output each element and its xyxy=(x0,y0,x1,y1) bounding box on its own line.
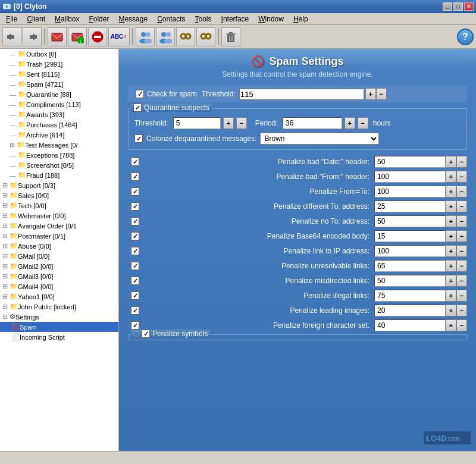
sidebar-item-avangate[interactable]: ⊞ 📁 Avangate Order [0/1 xyxy=(0,221,118,231)
sidebar-item-gmail2[interactable]: ⊞ 📁 GMail2 [0/0] xyxy=(0,261,118,271)
menu-interface[interactable]: Interface xyxy=(217,14,254,24)
penalty-images-checkbox[interactable] xyxy=(131,306,139,315)
toolbar-back[interactable] xyxy=(2,27,21,46)
penalty-diffto-checkbox[interactable] xyxy=(131,202,139,211)
penalty-date-plus[interactable]: + xyxy=(446,156,456,168)
sidebar-item-settings[interactable]: ⊟ ⚙ Settings xyxy=(0,312,118,322)
penalty-base64-minus[interactable]: − xyxy=(456,230,467,242)
sidebar-item-quarantine[interactable]: — 📁 Quarantine [88] xyxy=(0,89,118,99)
penalty-misdirected-minus[interactable]: − xyxy=(456,275,467,287)
penalty-illegal-plus[interactable]: + xyxy=(446,290,456,302)
penalty-misdirected-checkbox[interactable] xyxy=(131,277,139,285)
penalty-date-minus[interactable]: − xyxy=(456,156,467,168)
penalty-diffto-minus[interactable]: − xyxy=(456,200,467,212)
toolbar-people1[interactable] xyxy=(136,27,155,46)
menu-mailbox[interactable]: Mailbox xyxy=(50,14,84,24)
threshold-input[interactable] xyxy=(239,89,364,100)
penalty-noto-input[interactable] xyxy=(374,215,446,227)
toolbar-help[interactable]: ? xyxy=(457,29,474,45)
penalty-fromto-checkbox[interactable] xyxy=(131,187,139,196)
menu-message[interactable]: Message xyxy=(114,14,152,24)
sidebar-item-sent[interactable]: — 📁 Sent [8115] xyxy=(0,69,118,79)
period-plus[interactable]: + xyxy=(345,117,355,129)
sidebar-item-trash[interactable]: — 📁 Trash [2991] xyxy=(0,59,118,69)
toolbar-spellcheck[interactable]: ABC✓ xyxy=(108,27,130,46)
quarantine-threshold-plus[interactable]: + xyxy=(223,117,234,129)
penalty-unresolvable-checkbox[interactable] xyxy=(131,262,139,270)
penalty-iplink-minus[interactable]: − xyxy=(456,245,467,257)
penalty-foreigncharset-checkbox[interactable] xyxy=(131,321,139,330)
penalty-iplink-checkbox[interactable] xyxy=(131,247,139,255)
penalty-base64-plus[interactable]: + xyxy=(446,230,456,242)
menu-file[interactable]: File xyxy=(1,14,22,24)
penalty-misdirected-input[interactable] xyxy=(374,275,446,287)
sidebar-item-yahoo[interactable]: ⊞ 📁 Yahoo1 [0/0] xyxy=(0,291,118,302)
sidebar-item-fraud[interactable]: — 📁 Fraud [188] xyxy=(0,170,118,180)
sidebar-item-archive[interactable]: — 📁 Archive [614] xyxy=(0,130,118,140)
penalty-images-input[interactable] xyxy=(374,305,446,316)
toolbar-forward[interactable] xyxy=(23,27,42,46)
penalty-illegal-input[interactable] xyxy=(374,290,446,302)
close-button[interactable]: ✕ xyxy=(464,2,474,11)
check-spam-checkbox[interactable] xyxy=(136,90,144,98)
toolbar-people2[interactable] xyxy=(156,27,175,46)
penalty-from-input[interactable] xyxy=(374,171,446,183)
quarantine-threshold-minus[interactable]: − xyxy=(236,117,247,129)
penalty-images-plus[interactable]: + xyxy=(446,305,456,316)
sidebar-item-outbox[interactable]: — 📁 Outbox [0] xyxy=(0,49,118,59)
sidebar-item-abuse[interactable]: ⊞ 📁 Abuse [0/0] xyxy=(0,241,118,251)
toolbar-binoculars[interactable] xyxy=(176,27,195,46)
sidebar-item-postmaster[interactable]: ⊞ 📁 Postmaster [0/1] xyxy=(0,231,118,241)
quarantine-threshold-input[interactable] xyxy=(173,117,221,129)
penalty-illegal-checkbox[interactable] xyxy=(131,291,139,300)
menu-help[interactable]: Help xyxy=(289,14,313,24)
penalty-foreigncharset-plus[interactable]: + xyxy=(446,319,456,331)
sidebar-item-johnpublic[interactable]: ⊟ 📁 John Public [locked] xyxy=(0,302,118,312)
sidebar-item-awards[interactable]: — 📁 Awards [393] xyxy=(0,109,118,120)
penalty-unresolvable-minus[interactable]: − xyxy=(456,260,467,272)
penalty-iplink-input[interactable] xyxy=(374,245,446,257)
penalty-noto-plus[interactable]: + xyxy=(446,215,456,227)
penalty-images-minus[interactable]: − xyxy=(456,305,467,316)
sidebar-item-spam-settings[interactable]: 🚫 Spam xyxy=(0,322,118,332)
threshold-plus-button[interactable]: + xyxy=(365,88,376,100)
toolbar-binoculars2[interactable] xyxy=(196,27,215,46)
quarantine-checkbox[interactable] xyxy=(133,104,142,112)
penalty-foreigncharset-minus[interactable]: − xyxy=(456,319,467,331)
period-input[interactable] xyxy=(283,117,342,129)
symbols-subgroup-checkbox[interactable] xyxy=(142,330,150,338)
menu-client[interactable]: Client xyxy=(22,14,50,24)
sidebar-item-purchases[interactable]: — 📁 Purchases [1464] xyxy=(0,120,118,130)
penalty-unresolvable-plus[interactable]: + xyxy=(446,260,456,272)
penalty-diffto-plus[interactable]: + xyxy=(446,200,456,212)
penalty-foreigncharset-input[interactable] xyxy=(374,319,446,331)
toolbar-stop[interactable] xyxy=(88,27,107,46)
sidebar-item-incoming-script[interactable]: 📄 Incoming Script xyxy=(0,332,118,342)
sidebar-item-gmail[interactable]: ⊞ 📁 GMail [0/0] xyxy=(0,251,118,261)
sidebar-item-sales[interactable]: ⊞ 📁 Sales [0/0] xyxy=(0,190,118,200)
penalty-illegal-minus[interactable]: − xyxy=(456,290,467,302)
penalty-fromto-minus[interactable]: − xyxy=(456,186,467,197)
minimize-button[interactable]: _ xyxy=(443,2,452,11)
penalty-noto-minus[interactable]: − xyxy=(456,215,467,227)
penalty-noto-checkbox[interactable] xyxy=(131,217,139,225)
penalty-base64-input[interactable] xyxy=(374,230,446,242)
toolbar-move[interactable]: ↕ xyxy=(68,27,87,46)
penalty-fromto-input[interactable] xyxy=(374,186,446,197)
menu-window[interactable]: Window xyxy=(253,14,289,24)
threshold-minus-button[interactable]: − xyxy=(376,88,387,100)
penalty-from-checkbox[interactable] xyxy=(131,173,139,181)
penalty-from-minus[interactable]: − xyxy=(456,171,467,183)
penalty-misdirected-plus[interactable]: + xyxy=(446,275,456,287)
sidebar-item-screenshot[interactable]: — 📁 Screenshot [0/5] xyxy=(0,160,118,170)
penalty-base64-checkbox[interactable] xyxy=(131,232,139,240)
sidebar-item-exceptions[interactable]: — 📁 Exceptions [788] xyxy=(0,150,118,160)
menu-folder[interactable]: Folder xyxy=(84,14,114,24)
penalty-fromto-plus[interactable]: + xyxy=(446,186,456,197)
maximize-button[interactable]: □ xyxy=(453,2,463,11)
menu-tools[interactable]: Tools xyxy=(190,14,217,24)
sidebar-item-gmail3[interactable]: ⊞ 📁 GMail3 [0/0] xyxy=(0,271,118,281)
period-minus[interactable]: − xyxy=(358,117,368,129)
sidebar-item-spam[interactable]: — 📁 Spam [4721] xyxy=(0,79,118,89)
sidebar-item-webmaster[interactable]: ⊞ 📁 Webmaster [0/0] xyxy=(0,211,118,221)
